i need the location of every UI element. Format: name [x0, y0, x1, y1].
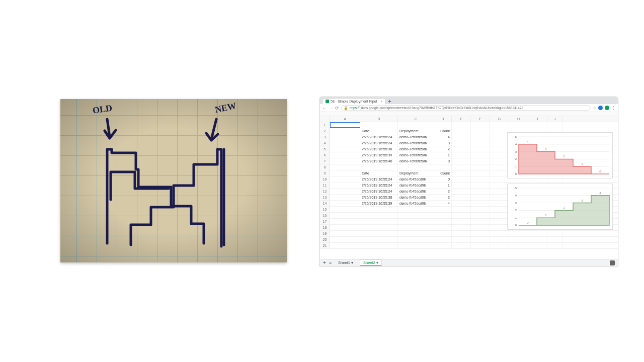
sheet-tab-1[interactable]: Sheet1 ▾ [335, 259, 357, 266]
label-new: NEW [214, 101, 237, 115]
svg-text:5: 5 [515, 135, 517, 138]
sheets-list-icon[interactable]: ≡ [329, 260, 332, 265]
profile-icon[interactable] [605, 106, 609, 110]
col-I[interactable]: I [528, 116, 547, 122]
new-tab-button[interactable]: + [386, 98, 393, 104]
svg-text:3: 3 [545, 148, 547, 151]
extension-icon[interactable] [598, 106, 603, 110]
svg-text:1: 1 [545, 214, 547, 217]
svg-text:0: 0 [527, 221, 529, 224]
svg-text:4: 4 [515, 143, 517, 146]
svg-text:4: 4 [527, 140, 529, 143]
sketch-photo: OLD NEW [60, 99, 287, 262]
sheet-tabs-bar: + ≡ Sheet1 ▾ Sheet2 ▾ [320, 259, 618, 266]
address-secure: https:// [350, 106, 360, 110]
svg-text:1: 1 [581, 162, 583, 165]
col-G[interactable]: G [490, 116, 509, 122]
sheet-tab-2[interactable]: Sheet2 ▾ [360, 259, 382, 266]
svg-text:2: 2 [515, 209, 517, 212]
lock-icon: 🔒 [344, 106, 348, 110]
sheets-favicon-icon [326, 100, 329, 103]
forward-icon[interactable]: → [329, 106, 333, 111]
svg-text:1: 1 [515, 216, 517, 219]
explore-icon[interactable] [610, 260, 615, 265]
column-headers: A B C D E F G H I J [320, 116, 618, 122]
menu-icon[interactable]: ⋮ [611, 106, 616, 111]
svg-text:0: 0 [515, 224, 517, 227]
browser-tab[interactable]: 58 - Simple Deployment Pipel × [322, 98, 386, 104]
browser-tabstrip: 58 - Simple Deployment Pipel × + [320, 97, 618, 104]
bookmark-icon[interactable]: ☆ [593, 106, 596, 110]
col-H[interactable]: H [509, 116, 528, 122]
svg-text:0: 0 [515, 172, 517, 175]
chart-decreasing[interactable]: 01234543210 [507, 132, 613, 178]
svg-text:2: 2 [563, 155, 565, 158]
svg-text:4: 4 [515, 194, 517, 197]
close-icon[interactable]: × [380, 100, 382, 103]
address-bar[interactable]: 🔒 https://docs.google.com/spreadsheets/d… [341, 105, 591, 111]
address-url: docs.google.com/spreadsheets/d/19aug70WB… [361, 106, 524, 110]
col-E[interactable]: E [452, 116, 471, 122]
svg-text:0: 0 [599, 170, 601, 173]
svg-text:2: 2 [563, 206, 565, 209]
browser-toolbar: ← → ⟳ 🔒 https://docs.google.com/spreadsh… [320, 104, 618, 112]
svg-text:3: 3 [581, 199, 583, 202]
svg-text:5: 5 [515, 187, 517, 190]
back-icon[interactable]: ← [322, 106, 327, 111]
col-A[interactable]: A [330, 116, 360, 122]
col-D[interactable]: D [434, 116, 452, 122]
svg-text:4: 4 [599, 192, 601, 195]
svg-text:3: 3 [515, 150, 517, 153]
col-C[interactable]: C [398, 116, 434, 122]
svg-text:3: 3 [515, 202, 517, 205]
handdrawn-sketch [60, 99, 287, 262]
add-sheet-button[interactable]: + [323, 260, 326, 265]
label-old: OLD [92, 103, 113, 116]
col-J[interactable]: J [547, 116, 562, 122]
svg-text:2: 2 [515, 157, 517, 160]
chart-increasing[interactable]: 01234501234 [507, 184, 613, 230]
browser-window: 58 - Simple Deployment Pipel × + ← → ⟳ 🔒… [319, 97, 618, 266]
browser-tab-title: 58 - Simple Deployment Pipel [331, 100, 377, 103]
reload-icon[interactable]: ⟳ [335, 106, 339, 111]
sheets-toolbar-area [320, 112, 618, 116]
svg-text:1: 1 [515, 165, 517, 168]
col-B[interactable]: B [360, 116, 398, 122]
col-F[interactable]: F [471, 116, 490, 122]
